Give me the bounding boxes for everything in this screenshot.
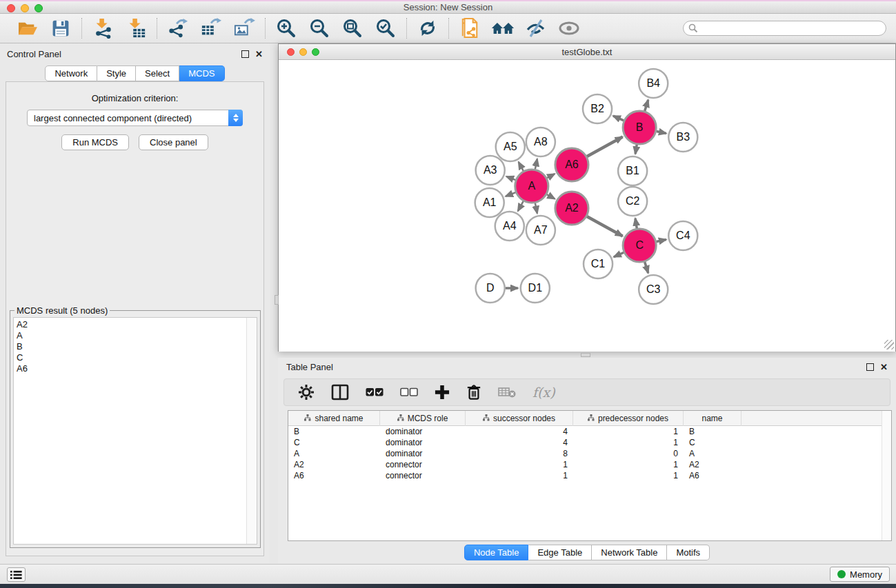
mcds-list-scrollbar[interactable] [246,318,257,544]
deselect-all-checkboxes-icon[interactable] [400,387,418,397]
graph-node-C4[interactable]: C4 [668,221,697,250]
save-session-icon[interactable] [50,17,72,39]
table-row[interactable]: Cdominator41C [288,437,891,448]
close-table-panel-icon[interactable]: ✕ [880,362,888,372]
graph-node-A6[interactable]: A6 [555,148,588,181]
network-close-button[interactable] [287,48,295,56]
apply-layout-icon[interactable] [417,17,439,39]
graph-edge-C-C4[interactable] [657,239,666,241]
graph-edge-C-C3[interactable] [645,262,648,273]
graph-node-B[interactable]: B [623,111,656,144]
graph-edge-A-A5[interactable] [519,162,524,171]
export-table-icon[interactable] [200,17,222,39]
optimization-criterion-select[interactable]: largest connected component (directed) [27,110,243,126]
tab-mcds[interactable]: MCDS [179,65,224,81]
tab-edge-table[interactable]: Edge Table [528,545,592,560]
graph-edge-A6-B[interactable] [587,137,623,156]
graph-node-D[interactable]: D [476,274,505,303]
tab-network-table[interactable]: Network Table [592,545,667,560]
graph-node-A7[interactable]: A7 [526,216,555,245]
network-zoom-button[interactable] [312,48,319,56]
mcds-result-item[interactable]: B [17,341,257,352]
delete-table-icon[interactable] [498,386,516,398]
graph-edge-A-A2[interactable] [547,194,555,199]
mcds-result-listbox[interactable]: A2ABCA6 [13,317,257,545]
network-minimize-button[interactable] [299,48,307,56]
task-history-button[interactable] [7,567,26,582]
graph-edge-A-A7[interactable] [535,203,537,213]
window-resize-grip[interactable] [884,340,894,349]
close-window-button[interactable] [7,4,15,12]
trash-icon[interactable] [466,384,481,401]
graph-edge-B-B2[interactable] [613,116,624,121]
table-row[interactable]: Bdominator41B [288,426,891,437]
minimize-window-button[interactable] [21,4,29,12]
open-session-icon[interactable] [17,17,39,39]
graph-node-C2[interactable]: C2 [618,187,647,216]
memory-button[interactable]: Memory [830,567,890,582]
mcds-result-item[interactable]: A6 [17,363,257,374]
graph-edge-A-A3[interactable] [506,176,515,180]
column-header-mcds-role[interactable]: MCDS role [380,411,466,426]
zoom-window-button[interactable] [34,4,43,12]
graph-edge-A2-C[interactable] [587,216,623,236]
tab-style[interactable]: Style [97,65,136,81]
graph-node-A8[interactable]: A8 [526,128,555,156]
graph-node-D1[interactable]: D1 [521,274,550,303]
import-network-icon[interactable] [92,17,114,39]
column-header-name[interactable]: name [684,411,741,426]
graph-node-B4[interactable]: B4 [639,69,668,98]
graph-node-A1[interactable]: A1 [475,188,504,217]
export-image-icon[interactable] [233,17,255,39]
graph-node-B2[interactable]: B2 [583,94,612,123]
graph-edge-C-C1[interactable] [614,252,624,256]
tab-network[interactable]: Network [45,65,97,81]
add-column-icon[interactable] [435,385,450,400]
column-header-predecessor-nodes[interactable]: predecessor nodes [573,411,684,426]
export-network-icon[interactable] [167,17,189,39]
network-graph[interactable]: B4B2BB3A5A8A6B1A3AC2A1A2A4A7CC4C1C3DD1 [279,61,895,352]
eye-icon[interactable] [558,17,580,39]
import-table-icon[interactable] [125,17,147,39]
zoom-selected-icon[interactable] [375,17,397,39]
graph-edge-B-B3[interactable] [657,131,666,133]
mcds-result-item[interactable]: A [17,330,257,341]
run-mcds-button[interactable]: Run MCDS [61,134,129,150]
graph-node-B3[interactable]: B3 [668,123,697,152]
graph-node-A4[interactable]: A4 [495,212,524,241]
zoom-in-icon[interactable] [275,17,297,39]
graph-node-A3[interactable]: A3 [476,156,505,185]
tab-node-table[interactable]: Node Table [464,545,529,560]
float-table-panel-icon[interactable] [866,363,874,371]
graph-edge-B-B1[interactable] [635,145,637,154]
function-builder-icon[interactable]: f(x) [532,385,555,400]
tab-motifs[interactable]: Motifs [667,545,710,560]
graph-node-A5[interactable]: A5 [496,132,525,161]
network-window-titlebar[interactable]: testGlobe.txt [279,44,895,60]
zoom-out-icon[interactable] [308,17,330,39]
network-canvas[interactable]: B4B2BB3A5A8A6B1A3AC2A1A2A4A7CC4C1C3DD1 [279,61,895,352]
graph-node-C1[interactable]: C1 [584,250,613,278]
close-panel-button[interactable]: Close panel [139,134,208,150]
column-header-successor-nodes[interactable]: successor nodes [466,411,573,426]
tab-select[interactable]: Select [136,65,179,81]
column-header-shared-name[interactable]: shared name [288,411,380,426]
graph-node-A2[interactable]: A2 [555,192,588,225]
float-panel-icon[interactable] [241,50,249,58]
table-scrollbar[interactable] [882,411,891,540]
graph-node-A[interactable]: A [515,170,548,203]
graph-edge-C-C2[interactable] [635,219,637,229]
table-row[interactable]: A6connector11A6 [288,470,891,481]
gear-icon[interactable] [298,384,315,401]
graph-edge-A-A4[interactable] [518,201,524,211]
graph-edge-A-A1[interactable] [506,192,516,196]
vertical-splitter-handle[interactable] [275,295,279,305]
home-icon[interactable] [492,17,514,39]
mcds-result-item[interactable]: C [17,352,257,363]
search-input[interactable] [683,21,886,36]
graph-edge-A-A8[interactable] [535,159,537,169]
graph-node-C3[interactable]: C3 [639,275,668,304]
close-panel-icon[interactable]: ✕ [255,49,263,59]
columns-icon[interactable] [331,384,349,401]
zoom-fit-icon[interactable] [341,17,364,39]
